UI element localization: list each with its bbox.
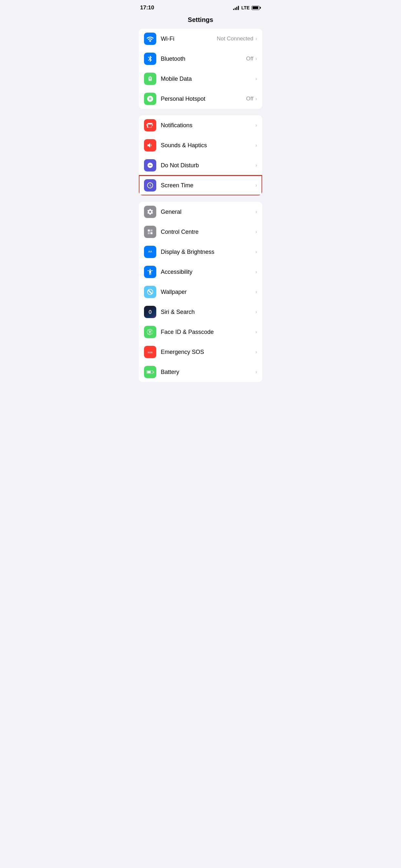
status-time: 17:10: [140, 4, 154, 11]
status-bar: 17:10 LTE: [134, 0, 267, 13]
display-label: Display & Brightness: [161, 249, 255, 255]
wallpaper-chevron: ›: [255, 289, 257, 295]
dnd-icon: [144, 159, 156, 172]
emergency-sos-icon: SOS: [144, 346, 156, 358]
svg-rect-7: [149, 330, 150, 331]
svg-rect-4: [150, 232, 152, 234]
wifi-icon: [144, 33, 156, 45]
settings-row-bluetooth[interactable]: Bluetooth Off ›: [139, 49, 262, 69]
faceid-chevron: ›: [255, 329, 257, 335]
settings-row-general[interactable]: General ›: [139, 202, 262, 222]
general-label: General: [161, 209, 255, 215]
notifications-chevron: ›: [255, 122, 257, 128]
faceid-label: Face ID & Passcode: [161, 329, 255, 336]
svg-rect-2: [150, 229, 152, 231]
control-centre-icon: [144, 226, 156, 238]
sounds-icon: [144, 139, 156, 151]
screentime-chevron: ›: [255, 182, 257, 188]
status-icons: LTE: [233, 5, 261, 10]
mobile-data-label: Mobile Data: [161, 75, 253, 82]
settings-row-accessibility[interactable]: Accessibility ›: [139, 262, 262, 282]
display-chevron: ›: [255, 249, 257, 255]
emergency-sos-chevron: ›: [255, 349, 257, 355]
settings-row-control-centre[interactable]: Control Centre ›: [139, 222, 262, 242]
lte-label: LTE: [242, 5, 250, 10]
settings-row-emergency-sos[interactable]: SOS Emergency SOS ›: [139, 342, 262, 362]
hotspot-icon: [144, 93, 156, 105]
hotspot-label: Personal Hotspot: [161, 96, 246, 102]
settings-row-hotspot[interactable]: Personal Hotspot Off ›: [139, 89, 262, 109]
wifi-label: Wi-Fi: [161, 35, 217, 42]
svg-rect-1: [148, 229, 150, 231]
bluetooth-icon: [144, 53, 156, 65]
hotspot-chevron: ›: [255, 96, 257, 102]
dnd-label: Do Not Disturb: [161, 162, 255, 169]
settings-group-connectivity: Wi-Fi Not Connected › Bluetooth Off › ((…: [139, 29, 262, 109]
svg-text:((•)): ((•)): [149, 77, 152, 80]
battery-status-icon: [251, 6, 261, 10]
mobile-data-chevron: ›: [255, 76, 257, 82]
faceid-icon: [144, 326, 156, 338]
wallpaper-icon: [144, 286, 156, 298]
bluetooth-label: Bluetooth: [161, 56, 246, 62]
settings-row-dnd[interactable]: Do Not Disturb ›: [139, 155, 262, 175]
bluetooth-value: Off: [246, 56, 253, 62]
mobile-data-icon: ((•)): [144, 73, 156, 85]
settings-row-wifi[interactable]: Wi-Fi Not Connected ›: [139, 29, 262, 49]
settings-row-siri[interactable]: Siri & Search ›: [139, 302, 262, 322]
display-icon: AA: [144, 246, 156, 258]
emergency-sos-label: Emergency SOS: [161, 349, 255, 355]
settings-group-system: Notifications › Sounds & Haptics › Do No…: [139, 115, 262, 195]
screentime-label: Screen Time: [161, 182, 255, 189]
siri-icon: [144, 306, 156, 318]
bluetooth-chevron: ›: [255, 56, 257, 62]
wifi-chevron: ›: [255, 36, 257, 42]
general-icon: [144, 206, 156, 218]
sounds-chevron: ›: [255, 143, 257, 148]
settings-row-sounds[interactable]: Sounds & Haptics ›: [139, 135, 262, 155]
settings-row-wallpaper[interactable]: Wallpaper ›: [139, 282, 262, 302]
svg-point-6: [149, 310, 151, 314]
battery-label: Battery: [161, 369, 255, 376]
hotspot-value: Off: [246, 96, 253, 102]
screentime-icon: [144, 179, 156, 191]
siri-chevron: ›: [255, 309, 257, 315]
accessibility-label: Accessibility: [161, 269, 255, 275]
settings-row-battery[interactable]: Battery ›: [139, 362, 262, 382]
wallpaper-label: Wallpaper: [161, 289, 255, 296]
dnd-chevron: ›: [255, 162, 257, 168]
svg-rect-3: [148, 232, 150, 234]
page-title: Settings: [134, 13, 267, 29]
accessibility-icon: [144, 266, 156, 278]
accessibility-chevron: ›: [255, 269, 257, 275]
settings-row-mobile-data[interactable]: ((•)) Mobile Data ›: [139, 69, 262, 89]
general-chevron: ›: [255, 209, 257, 215]
notifications-icon: [144, 119, 156, 131]
settings-row-screen-time[interactable]: Screen Time ›: [139, 175, 262, 195]
svg-text:AA: AA: [148, 250, 152, 253]
settings-row-display[interactable]: AA Display & Brightness ›: [139, 242, 262, 262]
battery-settings-icon: [144, 366, 156, 378]
wifi-value: Not Connected: [217, 35, 253, 42]
signal-bars-icon: [233, 5, 239, 10]
settings-row-notifications[interactable]: Notifications ›: [139, 115, 262, 135]
sounds-label: Sounds & Haptics: [161, 142, 255, 149]
notifications-label: Notifications: [161, 122, 255, 129]
settings-group-preferences: General › Control Centre › AA Display & …: [139, 202, 262, 382]
svg-text:SOS: SOS: [148, 351, 153, 354]
battery-chevron: ›: [255, 369, 257, 375]
siri-label: Siri & Search: [161, 309, 255, 315]
control-centre-chevron: ›: [255, 229, 257, 235]
svg-rect-8: [151, 330, 152, 331]
settings-row-faceid[interactable]: Face ID & Passcode ›: [139, 322, 262, 342]
control-centre-label: Control Centre: [161, 228, 255, 236]
